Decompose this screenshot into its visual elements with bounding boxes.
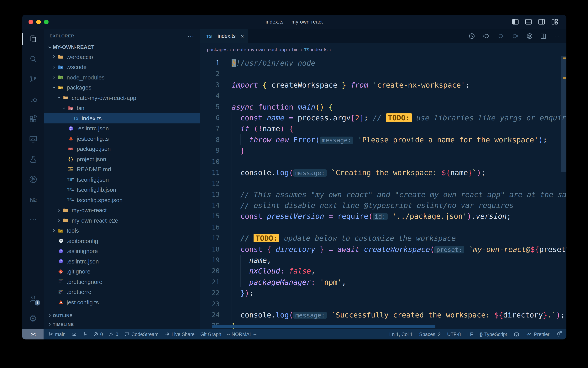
navigate-back-icon[interactable] (483, 33, 490, 39)
activity-nx-console-icon[interactable]: N≥ (22, 189, 44, 210)
tree-item-index.ts[interactable]: TSindex.ts (44, 113, 200, 123)
tree-item-label: bin (77, 105, 84, 111)
breadcrumb-item[interactable]: create-my-own-react-app (233, 47, 287, 52)
layout-panel-icon[interactable] (525, 19, 532, 25)
breadcrumb-item[interactable]: … (333, 47, 338, 52)
tree-item-.eslintrc.json[interactable]: .eslintrc.json (44, 256, 200, 266)
tree-item-label: tsconfig.json (77, 176, 109, 183)
status-indentation[interactable]: Spaces: 2 (419, 331, 441, 337)
tree-item-my-own-react-e2e[interactable]: my-own-react-e2e (44, 215, 200, 225)
window-title: index.ts — my-own-react (22, 19, 566, 25)
split-editor-icon[interactable] (540, 33, 546, 39)
tree-root-folder[interactable]: MY-OWN-REACT (44, 42, 200, 52)
navigate-forward-icon[interactable] (512, 33, 519, 39)
breadcrumb-item[interactable]: TSindex.ts (304, 47, 327, 52)
vertical-scrollbar[interactable] (561, 56, 566, 329)
activity-search-icon[interactable] (22, 49, 44, 69)
code-text: console.log(message: `Creating the works… (232, 167, 485, 178)
close-tab-icon[interactable]: × (241, 33, 244, 39)
horizontal-scrollbar[interactable] (212, 325, 435, 328)
tree-item-.gitignore[interactable]: .gitignore (44, 266, 200, 276)
activity-explorer-icon[interactable] (22, 29, 44, 49)
tree-item-.prettierignore[interactable]: .prettierignore (44, 276, 200, 287)
status-github[interactable] (514, 331, 519, 337)
tree-item-.eslintrc.json[interactable]: .eslintrc.json (44, 123, 200, 133)
status-errors[interactable]: 0 (93, 331, 103, 337)
code-text: const presetVersion = require(id: '../pa… (232, 211, 511, 222)
tree-item-.eslintignore[interactable]: .eslintignore (44, 246, 200, 256)
status-formatter[interactable]: ✓✓Prettier (526, 331, 549, 337)
activity-extensions-icon[interactable] (22, 109, 44, 129)
scrollbar-slider[interactable] (561, 56, 566, 172)
status-live-share[interactable]: Live Share (164, 331, 195, 337)
bell-icon (556, 332, 561, 337)
status-cursor-position[interactable]: Ln 1, Col 1 (389, 331, 413, 337)
tree-item-.editorconfig[interactable]: .editorconfig (44, 236, 200, 246)
status-eol[interactable]: LF (467, 331, 473, 337)
tree-item-project.json[interactable]: { }project.json (44, 154, 200, 164)
status-warnings[interactable]: 0 (109, 331, 118, 337)
timeline-history-icon[interactable] (469, 33, 475, 39)
sidebar-section-timeline[interactable]: TIMELINE (44, 320, 200, 329)
markdown-icon (67, 167, 74, 172)
code-line-13: 13 // This assumes "my-own-react" and "c… (200, 189, 566, 200)
status-sync-publish[interactable] (71, 332, 77, 337)
tree-item-.verdaccio[interactable]: .verdaccio (44, 52, 200, 62)
tree-item-jest.config.ts[interactable]: jest.config.ts (44, 297, 200, 307)
tree-item-.vscode[interactable]: .vscode (44, 62, 200, 72)
tree-item-jest.config.ts[interactable]: jest.config.ts (44, 133, 200, 144)
layout-sidebar-right-icon[interactable] (538, 19, 545, 25)
activity-accounts-icon[interactable]: 1 (22, 289, 44, 309)
tree-item-tsconfig.json[interactable]: TS⚙tsconfig.json (44, 174, 200, 184)
activity-settings-icon[interactable]: ⚙ (22, 309, 44, 329)
breadcrumb-item[interactable]: bin (292, 47, 298, 52)
layout-sidebar-left-icon[interactable] (512, 19, 519, 25)
tree-item-package.json[interactable]: npmpackage.json (44, 144, 200, 154)
remote-indicator[interactable]: >< (22, 329, 44, 340)
inlay-hint: message: (293, 312, 327, 319)
explorer-more-icon[interactable]: ··· (188, 33, 194, 39)
sidebar-section-outline[interactable]: OUTLINE (44, 311, 200, 320)
eslint-icon (57, 259, 64, 264)
tree-item-tsconfig.lib.json[interactable]: TS⚙tsconfig.lib.json (44, 184, 200, 195)
breadcrumb-item[interactable]: packages (207, 47, 228, 52)
layout-grid-icon[interactable] (551, 19, 558, 25)
inlay-hint: message: (320, 136, 353, 144)
error-circle-icon (93, 332, 98, 337)
tree-item-bin[interactable]: 0110bin (44, 103, 200, 113)
tree-item-tools[interactable]: tools (44, 225, 200, 236)
overview-todo-mark (563, 77, 566, 79)
status-encoding[interactable]: UTF-8 (447, 331, 461, 337)
activity-remote-explorer-icon[interactable] (22, 129, 44, 149)
status-notifications[interactable] (556, 332, 561, 337)
activity-git-graph-icon[interactable] (22, 169, 44, 189)
status-vim-mode[interactable]: -- NORMAL -- (227, 331, 256, 337)
source-control-circle-icon[interactable] (526, 33, 533, 39)
breadcrumb-label: packages (207, 47, 228, 52)
status-git-graph[interactable]: Git Graph (200, 331, 221, 337)
status-git-branch[interactable]: main (48, 331, 65, 337)
tree-item-.prettierrc[interactable]: .prettierrc (44, 287, 200, 297)
activity-run-debug-icon[interactable] (22, 89, 44, 109)
tree-item-tsconfig.spec.json[interactable]: TS⚙tsconfig.spec.json (44, 195, 200, 205)
tree-item-packages[interactable]: packages (44, 82, 200, 92)
root-folder-label: MY-OWN-REACT (53, 44, 94, 50)
activity-more-icon[interactable] (22, 210, 44, 230)
tree-item-readme.md[interactable]: README.md (44, 164, 200, 174)
title-bar: index.ts — my-own-react (22, 15, 566, 29)
navigate-circle-icon[interactable] (497, 33, 504, 39)
status-codestream[interactable]: CodeStream (124, 331, 158, 337)
activity-source-control-icon[interactable] (22, 69, 44, 89)
tree-item-label: .eslintrc.json (67, 258, 99, 265)
status-language-mode[interactable]: {}TypeScript (480, 331, 507, 337)
tree-item-node-modules[interactable]: JSnode_modules (44, 72, 200, 82)
tab-index-ts[interactable]: TS index.ts × (200, 29, 248, 43)
more-ellipsis-icon[interactable] (554, 33, 560, 39)
code-editor[interactable]: 1#!/usr/bin/env node23import { createWor… (200, 56, 566, 329)
activity-testing-icon[interactable] (22, 149, 44, 169)
tree-item-create-my-own-react-app[interactable]: create-my-own-react-app (44, 92, 200, 103)
tree-item-label: .editorconfig (67, 238, 98, 244)
status-git-actions[interactable] (83, 332, 88, 337)
code-text: console.log(message: `Successfully creat… (232, 309, 565, 320)
tree-item-my-own-react[interactable]: my-own-react (44, 205, 200, 215)
